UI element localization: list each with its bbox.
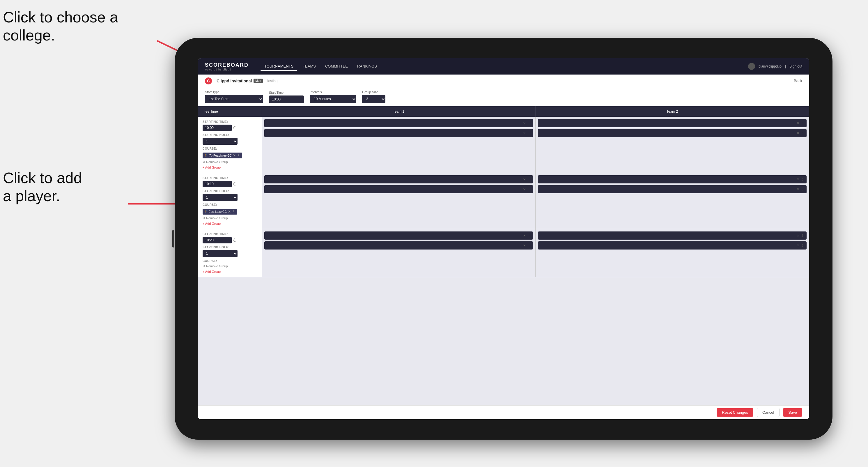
slot-x-icon[interactable]: ✕	[523, 187, 526, 191]
slot-expand-icon[interactable]: ⋮	[801, 178, 804, 181]
slot-expand-icon[interactable]: ⋮	[801, 234, 804, 238]
sign-out-link[interactable]: Sign out	[789, 64, 802, 68]
team1-col-0[interactable]: ✕ ⋮ ✕ ⋮	[262, 117, 535, 173]
form-controls: Start Type 1st Tee Start Start Time Inte…	[198, 87, 809, 106]
brand-title: SCOREBOARD	[205, 62, 249, 68]
start-type-select[interactable]: 1st Tee Start	[205, 95, 263, 103]
clippd-c-icon: C	[205, 77, 212, 85]
starting-time-label-1: STARTING TIME:	[203, 177, 257, 180]
slot-x-icon[interactable]: ✕	[797, 234, 799, 238]
course-edit-1[interactable]: ⋮	[232, 210, 236, 214]
start-type-label: Start Type	[205, 90, 263, 94]
course-edit-0[interactable]: ⋮	[237, 153, 241, 157]
team1-col-1[interactable]: ✕ ⋮ ✕ ⋮	[262, 173, 535, 229]
slot-expand-icon[interactable]: ⋮	[801, 187, 804, 191]
course-label-0: COURSE:	[203, 147, 257, 150]
team2-player-slot-2-0[interactable]: ✕ ⋮	[538, 231, 807, 240]
intervals-label: Intervals	[310, 90, 356, 94]
annotation-choose-college: Click to choose a college.	[3, 8, 118, 44]
user-email: blair@clippd.io	[758, 64, 781, 68]
slot-expand-icon[interactable]: ⋮	[801, 131, 804, 135]
nav-bar: SCOREBOARD Powered by clippd TOURNAMENTS…	[198, 58, 809, 74]
clock-icon-1: ⏱	[233, 182, 237, 186]
nav-link-rankings[interactable]: RANKINGS	[353, 62, 381, 71]
nav-right: blair@clippd.io | Sign out	[748, 63, 802, 70]
group-size-select[interactable]: 3	[362, 95, 385, 103]
team1-player-slot-0-0[interactable]: ✕ ⋮	[264, 119, 533, 127]
start-time-label: Start Time	[269, 91, 304, 94]
team2-player-slot-0-0[interactable]: ✕ ⋮	[538, 119, 807, 127]
team2-col-0[interactable]: ✕ ⋮ ✕ ⋮	[535, 117, 809, 173]
back-button[interactable]: Back	[794, 79, 802, 83]
starting-time-label-2: STARTING TIME:	[203, 232, 257, 236]
slot-expand-icon[interactable]: ⋮	[527, 121, 531, 125]
save-button[interactable]: Save	[783, 408, 802, 417]
cancel-button[interactable]: Cancel	[757, 408, 779, 417]
slot-expand-icon[interactable]: ⋮	[801, 121, 804, 125]
start-time-input[interactable]	[269, 95, 304, 103]
team1-player-slot-2-1[interactable]: ✕ ⋮	[264, 241, 533, 250]
annotation-add-player: Click to add a player.	[3, 169, 82, 205]
team2-col-2[interactable]: ✕ ⋮ ✕ ⋮	[535, 229, 809, 277]
slot-x-icon[interactable]: ✕	[797, 187, 799, 191]
slot-expand-icon[interactable]: ⋮	[801, 244, 804, 247]
remove-group-0[interactable]: ↺ Remove Group	[203, 160, 257, 164]
nav-link-teams[interactable]: TEAMS	[299, 62, 320, 71]
slot-x-icon[interactable]: ✕	[523, 121, 526, 125]
slot-x-icon[interactable]: ✕	[523, 244, 526, 247]
th-team1: Team 1	[262, 106, 535, 117]
starting-hole-select-1[interactable]: 1	[203, 194, 238, 201]
course-remove-0[interactable]: ✕	[233, 153, 236, 157]
slot-x-icon[interactable]: ✕	[523, 178, 526, 181]
team1-player-slot-1-1[interactable]: ✕ ⋮	[264, 185, 533, 193]
team2-col-1[interactable]: ✕ ⋮ ✕ ⋮	[535, 173, 809, 229]
starting-time-input-2[interactable]	[203, 237, 232, 243]
pipe-separator: |	[785, 64, 786, 68]
slot-x-icon[interactable]: ✕	[797, 178, 799, 181]
remove-group-2[interactable]: ↺ Remove Group	[203, 264, 257, 268]
slot-expand-icon[interactable]: ⋮	[527, 131, 531, 135]
reset-button[interactable]: Reset Changes	[717, 408, 753, 417]
slot-expand-icon[interactable]: ⋮	[527, 187, 531, 191]
add-group-2[interactable]: + Add Group	[203, 270, 257, 273]
slot-expand-icon[interactable]: ⋮	[527, 178, 531, 181]
hosting-label: Hosting	[266, 79, 278, 83]
avatar	[748, 63, 755, 70]
course-tag-1[interactable]: 🏌 East Lake GC ✕ ⋮	[203, 209, 237, 215]
starting-hole-select-2[interactable]: 1	[203, 250, 238, 257]
group-row-0: STARTING TIME: ⏱ STARTING HOLE: 1 COURSE…	[198, 117, 809, 173]
team1-player-slot-0-1[interactable]: ✕ ⋮	[264, 129, 533, 137]
group-size-label: Group Size	[362, 90, 385, 94]
brand: SCOREBOARD Powered by clippd	[205, 62, 249, 71]
slot-x-icon[interactable]: ✕	[797, 121, 799, 125]
team2-player-slot-1-0[interactable]: ✕ ⋮	[538, 175, 807, 183]
team1-player-slot-2-0[interactable]: ✕ ⋮	[264, 231, 533, 240]
team1-player-slot-1-0[interactable]: ✕ ⋮	[264, 175, 533, 183]
slot-x-icon[interactable]: ✕	[523, 131, 526, 135]
side-button	[172, 230, 174, 247]
team1-col-2[interactable]: ✕ ⋮ ✕ ⋮	[262, 229, 535, 277]
remove-group-1[interactable]: ↺ Remove Group	[203, 216, 257, 220]
team2-player-slot-0-1[interactable]: ✕ ⋮	[538, 129, 807, 137]
intervals-select[interactable]: 10 Minutes	[310, 95, 356, 103]
starting-hole-select-0[interactable]: 1	[203, 138, 238, 145]
slot-expand-icon[interactable]: ⋮	[527, 244, 531, 247]
course-remove-1[interactable]: ✕	[228, 210, 231, 214]
slot-x-icon[interactable]: ✕	[797, 131, 799, 135]
starting-time-input-0[interactable]	[203, 125, 232, 131]
tee-settings-0: STARTING TIME: ⏱ STARTING HOLE: 1 COURSE…	[198, 117, 262, 173]
slot-x-icon[interactable]: ✕	[523, 234, 526, 238]
team2-player-slot-2-1[interactable]: ✕ ⋮	[538, 241, 807, 250]
nav-link-committee[interactable]: COMMITTEE	[321, 62, 352, 71]
starting-time-input-1[interactable]	[203, 181, 232, 187]
event-title: Clippd Invitational	[217, 79, 252, 83]
slot-x-icon[interactable]: ✕	[797, 244, 799, 247]
groups-area: STARTING TIME: ⏱ STARTING HOLE: 1 COURSE…	[198, 117, 809, 405]
tablet-screen: SCOREBOARD Powered by clippd TOURNAMENTS…	[198, 58, 809, 419]
team2-player-slot-1-1[interactable]: ✕ ⋮	[538, 185, 807, 193]
course-tag-0[interactable]: 🏌 (A) Peachtree GC ✕ ⋮	[203, 153, 242, 158]
add-group-1[interactable]: + Add Group	[203, 222, 257, 225]
slot-expand-icon[interactable]: ⋮	[527, 234, 531, 238]
nav-link-tournaments[interactable]: TOURNAMENTS	[260, 62, 298, 71]
add-group-0[interactable]: + Add Group	[203, 166, 257, 169]
